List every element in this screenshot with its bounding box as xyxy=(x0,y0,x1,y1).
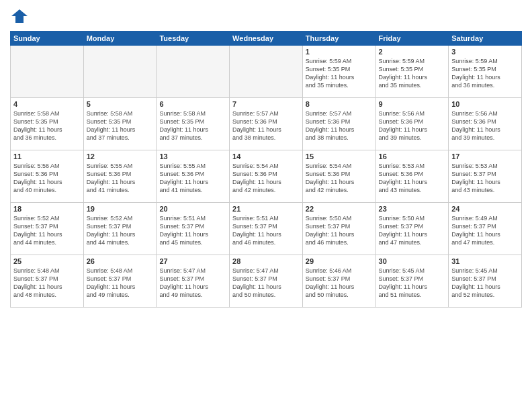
day-cell: 9Sunrise: 5:56 AM Sunset: 5:36 PM Daylig… xyxy=(375,98,449,150)
day-cell: 2Sunrise: 5:59 AM Sunset: 5:35 PM Daylig… xyxy=(375,46,449,98)
day-number: 2 xyxy=(379,48,446,56)
week-row-3: 18Sunrise: 5:52 AM Sunset: 5:37 PM Dayli… xyxy=(11,203,522,255)
day-number: 31 xyxy=(451,257,519,265)
week-row-2: 11Sunrise: 5:56 AM Sunset: 5:36 PM Dayli… xyxy=(11,150,522,203)
day-info: Sunrise: 5:51 AM Sunset: 5:37 PM Dayligh… xyxy=(159,214,226,247)
header-cell-friday: Friday xyxy=(375,32,449,46)
day-cell: 4Sunrise: 5:58 AM Sunset: 5:35 PM Daylig… xyxy=(11,98,84,150)
day-cell: 22Sunrise: 5:50 AM Sunset: 5:37 PM Dayli… xyxy=(302,203,375,255)
day-info: Sunrise: 5:54 AM Sunset: 5:36 PM Dayligh… xyxy=(232,162,300,195)
day-number: 13 xyxy=(159,152,226,161)
day-cell: 29Sunrise: 5:46 AM Sunset: 5:37 PM Dayli… xyxy=(302,255,375,308)
day-cell: 6Sunrise: 5:58 AM Sunset: 5:35 PM Daylig… xyxy=(157,98,230,150)
day-info: Sunrise: 5:50 AM Sunset: 5:37 PM Dayligh… xyxy=(306,214,373,247)
day-cell: 17Sunrise: 5:53 AM Sunset: 5:37 PM Dayli… xyxy=(449,150,522,203)
day-info: Sunrise: 5:47 AM Sunset: 5:37 PM Dayligh… xyxy=(159,267,226,300)
day-info: Sunrise: 5:46 AM Sunset: 5:37 PM Dayligh… xyxy=(306,267,373,300)
day-cell: 23Sunrise: 5:50 AM Sunset: 5:37 PM Dayli… xyxy=(375,203,449,255)
day-cell: 7Sunrise: 5:57 AM Sunset: 5:36 PM Daylig… xyxy=(230,98,303,150)
day-info: Sunrise: 5:50 AM Sunset: 5:37 PM Dayligh… xyxy=(379,214,446,247)
day-number: 28 xyxy=(232,257,300,265)
day-info: Sunrise: 5:59 AM Sunset: 5:35 PM Dayligh… xyxy=(451,57,519,90)
day-info: Sunrise: 5:48 AM Sunset: 5:37 PM Dayligh… xyxy=(87,267,154,300)
header-cell-thursday: Thursday xyxy=(302,32,375,46)
week-row-0: 1Sunrise: 5:59 AM Sunset: 5:35 PM Daylig… xyxy=(11,46,522,98)
day-info: Sunrise: 5:58 AM Sunset: 5:35 PM Dayligh… xyxy=(87,109,154,142)
day-cell: 8Sunrise: 5:57 AM Sunset: 5:36 PM Daylig… xyxy=(302,98,375,150)
header-cell-monday: Monday xyxy=(83,32,157,46)
day-cell: 3Sunrise: 5:59 AM Sunset: 5:35 PM Daylig… xyxy=(449,46,522,98)
day-cell: 1Sunrise: 5:59 AM Sunset: 5:35 PM Daylig… xyxy=(302,46,375,98)
day-cell: 15Sunrise: 5:54 AM Sunset: 5:36 PM Dayli… xyxy=(302,150,375,203)
logo xyxy=(10,7,32,26)
day-cell xyxy=(11,46,84,98)
day-number: 8 xyxy=(306,100,373,108)
day-cell: 13Sunrise: 5:55 AM Sunset: 5:36 PM Dayli… xyxy=(157,150,230,203)
day-number: 15 xyxy=(306,152,373,161)
day-info: Sunrise: 5:47 AM Sunset: 5:37 PM Dayligh… xyxy=(232,267,300,300)
day-info: Sunrise: 5:48 AM Sunset: 5:37 PM Dayligh… xyxy=(13,267,81,300)
day-number: 22 xyxy=(306,205,373,213)
header-row: SundayMondayTuesdayWednesdayThursdayFrid… xyxy=(11,32,522,46)
day-cell: 28Sunrise: 5:47 AM Sunset: 5:37 PM Dayli… xyxy=(230,255,303,308)
day-info: Sunrise: 5:58 AM Sunset: 5:35 PM Dayligh… xyxy=(13,109,81,142)
day-number: 26 xyxy=(87,257,154,265)
day-info: Sunrise: 5:59 AM Sunset: 5:35 PM Dayligh… xyxy=(306,57,373,90)
day-info: Sunrise: 5:55 AM Sunset: 5:36 PM Dayligh… xyxy=(87,162,154,195)
day-number: 10 xyxy=(451,100,519,108)
day-info: Sunrise: 5:53 AM Sunset: 5:36 PM Dayligh… xyxy=(379,162,446,195)
day-cell: 30Sunrise: 5:45 AM Sunset: 5:37 PM Dayli… xyxy=(375,255,449,308)
week-row-4: 25Sunrise: 5:48 AM Sunset: 5:37 PM Dayli… xyxy=(11,255,522,308)
day-cell xyxy=(157,46,230,98)
header-cell-sunday: Sunday xyxy=(11,32,84,46)
calendar-table: SundayMondayTuesdayWednesdayThursdayFrid… xyxy=(10,31,522,308)
day-number: 6 xyxy=(159,100,226,108)
header xyxy=(10,7,522,26)
day-cell: 10Sunrise: 5:56 AM Sunset: 5:36 PM Dayli… xyxy=(449,98,522,150)
day-number: 23 xyxy=(379,205,446,213)
day-info: Sunrise: 5:56 AM Sunset: 5:36 PM Dayligh… xyxy=(13,162,81,195)
day-info: Sunrise: 5:52 AM Sunset: 5:37 PM Dayligh… xyxy=(87,214,154,247)
day-number: 12 xyxy=(87,152,154,161)
day-cell: 24Sunrise: 5:49 AM Sunset: 5:37 PM Dayli… xyxy=(449,203,522,255)
header-cell-tuesday: Tuesday xyxy=(157,32,230,46)
logo-icon xyxy=(10,7,29,26)
day-cell: 19Sunrise: 5:52 AM Sunset: 5:37 PM Dayli… xyxy=(83,203,157,255)
day-cell: 31Sunrise: 5:45 AM Sunset: 5:37 PM Dayli… xyxy=(449,255,522,308)
svg-marker-0 xyxy=(11,9,28,23)
day-number: 14 xyxy=(232,152,300,161)
day-cell: 25Sunrise: 5:48 AM Sunset: 5:37 PM Dayli… xyxy=(11,255,84,308)
day-info: Sunrise: 5:58 AM Sunset: 5:35 PM Dayligh… xyxy=(159,109,226,142)
day-cell: 21Sunrise: 5:51 AM Sunset: 5:37 PM Dayli… xyxy=(230,203,303,255)
day-number: 25 xyxy=(13,257,81,265)
day-info: Sunrise: 5:57 AM Sunset: 5:36 PM Dayligh… xyxy=(232,109,300,142)
day-number: 29 xyxy=(306,257,373,265)
day-number: 16 xyxy=(379,152,446,161)
day-info: Sunrise: 5:59 AM Sunset: 5:35 PM Dayligh… xyxy=(379,57,446,90)
day-cell: 12Sunrise: 5:55 AM Sunset: 5:36 PM Dayli… xyxy=(83,150,157,203)
day-number: 21 xyxy=(232,205,300,213)
day-number: 17 xyxy=(451,152,519,161)
day-info: Sunrise: 5:57 AM Sunset: 5:36 PM Dayligh… xyxy=(306,109,373,142)
day-info: Sunrise: 5:49 AM Sunset: 5:37 PM Dayligh… xyxy=(451,214,519,247)
day-cell: 20Sunrise: 5:51 AM Sunset: 5:37 PM Dayli… xyxy=(157,203,230,255)
day-number: 11 xyxy=(13,152,81,161)
day-cell: 18Sunrise: 5:52 AM Sunset: 5:37 PM Dayli… xyxy=(11,203,84,255)
day-number: 1 xyxy=(306,48,373,56)
day-number: 5 xyxy=(87,100,154,108)
page: SundayMondayTuesdayWednesdayThursdayFrid… xyxy=(0,0,532,411)
day-number: 27 xyxy=(159,257,226,265)
day-number: 19 xyxy=(87,205,154,213)
day-number: 18 xyxy=(13,205,81,213)
week-row-1: 4Sunrise: 5:58 AM Sunset: 5:35 PM Daylig… xyxy=(11,98,522,150)
day-number: 24 xyxy=(451,205,519,213)
day-number: 20 xyxy=(159,205,226,213)
day-number: 7 xyxy=(232,100,300,108)
day-cell: 11Sunrise: 5:56 AM Sunset: 5:36 PM Dayli… xyxy=(11,150,84,203)
day-info: Sunrise: 5:52 AM Sunset: 5:37 PM Dayligh… xyxy=(13,214,81,247)
header-cell-saturday: Saturday xyxy=(449,32,522,46)
day-cell xyxy=(230,46,303,98)
day-info: Sunrise: 5:56 AM Sunset: 5:36 PM Dayligh… xyxy=(379,109,446,142)
day-number: 3 xyxy=(451,48,519,56)
day-number: 9 xyxy=(379,100,446,108)
